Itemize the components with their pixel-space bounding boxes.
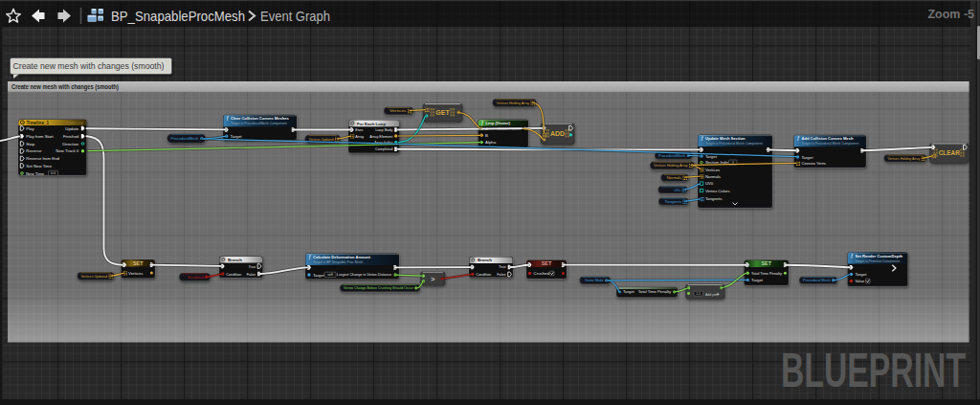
svg-text:Vertex Colors: Vertex Colors — [705, 189, 730, 193]
svg-text:Condition: Condition — [476, 273, 491, 277]
svg-text:Zoom -5: Zoom -5 — [927, 8, 974, 21]
svg-text:Target: Target — [855, 272, 867, 277]
svg-text:ProceduralMesh: ProceduralMesh — [171, 136, 199, 141]
svg-text:0.0: 0.0 — [51, 171, 56, 175]
svg-text:Total Time Penalty: Total Time Penalty — [751, 271, 782, 276]
svg-text:Tangents: Tangents — [705, 196, 722, 201]
svg-text:Enabled: Enabled — [189, 275, 205, 280]
svg-text:Target: Target — [801, 155, 813, 160]
svg-text:Target: Target — [231, 134, 243, 139]
svg-text:Vertices: Vertices — [128, 271, 143, 276]
svg-text:Target: Target — [313, 273, 325, 278]
svg-text:Set Render CustomDepth: Set Render CustomDepth — [856, 254, 903, 259]
svg-text:UV0: UV0 — [705, 181, 714, 186]
svg-text:Target is Procedural Mesh Comp: Target is Procedural Mesh Component — [802, 142, 859, 146]
svg-text:Branch: Branch — [478, 258, 492, 262]
svg-text:Convex Verts: Convex Verts — [801, 161, 826, 166]
svg-text:Play: Play — [26, 126, 34, 131]
svg-text:Alpha: Alpha — [485, 140, 497, 145]
svg-text:Add pin: Add pin — [705, 293, 717, 297]
svg-text:Vertex Change Before Crushing: Vertex Change Before Crushing Should Occ… — [344, 286, 413, 290]
svg-text:self: self — [327, 273, 333, 277]
svg-text:Reverse from End: Reverse from End — [26, 156, 59, 161]
svg-text:True: True — [248, 265, 256, 269]
svg-text:Total Time Penalty: Total Time Penalty — [638, 289, 672, 294]
svg-text:Create new mesh with changes (: Create new mesh with changes (smooth) — [13, 60, 165, 71]
svg-text:Update Mesh Section: Update Mesh Section — [705, 136, 746, 141]
svg-text:BLUEPRINT: BLUEPRINT — [781, 343, 966, 396]
svg-text:For Each Loop: For Each Loop — [357, 122, 386, 126]
svg-text:BP_SnapableProcMesh: BP_SnapableProcMesh — [111, 9, 245, 24]
svg-text:Create new mesh with changes (: Create new mesh with changes (smooth) — [11, 83, 119, 91]
svg-text:Branch: Branch — [228, 258, 242, 262]
svg-text:TIMELINE: TIMELINE — [66, 121, 84, 125]
svg-text:Target is Procedural Mesh Comp: Target is Procedural Mesh Component — [705, 142, 763, 146]
svg-text:Vertices Holding Array: Vertices Holding Array — [497, 101, 530, 105]
svg-text:ƒ: ƒ — [308, 255, 311, 259]
svg-text:Procedural Mesh: Procedural Mesh — [803, 278, 831, 282]
svg-text:Vertices Holding Array: Vertices Holding Array — [888, 156, 921, 161]
svg-text:Exec: Exec — [355, 128, 364, 132]
svg-text:ƒ: ƒ — [701, 136, 703, 141]
svg-text:Normals: Normals — [705, 174, 721, 179]
svg-text:GET: GET — [435, 109, 450, 116]
svg-text:True: True — [499, 265, 506, 269]
svg-text:Game Mode: Game Mode — [585, 278, 604, 282]
svg-text:New Track 0: New Track 0 — [56, 148, 78, 153]
svg-text:Vertices Updated: Vertices Updated — [81, 274, 108, 279]
svg-text:Target: Target — [751, 278, 764, 282]
svg-text:1.5: 1.5 — [697, 292, 702, 296]
svg-text:Largest Change in Vertex Dista: Largest Change in Vertex Distance — [337, 273, 391, 277]
svg-text:Finished: Finished — [63, 134, 79, 139]
svg-text:Vertices: Vertices — [705, 168, 720, 172]
svg-text:Target: Target — [623, 289, 635, 294]
svg-text:Vertices Holding Array: Vertices Holding Array — [654, 163, 688, 168]
svg-text:SET: SET — [542, 260, 552, 266]
svg-text:>: > — [431, 275, 435, 283]
svg-text:Tangents: Tangents — [665, 199, 682, 204]
svg-text:Add Collision Convex Mesh: Add Collision Convex Mesh — [802, 136, 854, 141]
svg-text:Direction: Direction — [62, 142, 79, 146]
svg-text:Target is Primitive Component: Target is Primitive Component — [856, 259, 901, 263]
svg-text:SET: SET — [133, 260, 144, 266]
svg-text:Completed: Completed — [375, 147, 392, 151]
svg-text:Stop: Stop — [26, 142, 34, 146]
svg-text:Value: Value — [855, 279, 865, 283]
svg-text:Lerp (Vector): Lerp (Vector) — [486, 121, 511, 125]
svg-text:Reverse: Reverse — [26, 148, 42, 153]
svg-text:Set New Time: Set New Time — [26, 164, 52, 169]
svg-text:SET: SET — [762, 260, 772, 266]
svg-text:ƒ: ƒ — [797, 136, 800, 141]
svg-text:Calculate Deformation Amount: Calculate Deformation Amount — [313, 255, 371, 259]
svg-text:Target is BP Snapable Proc Mes: Target is BP Snapable Proc Mesh — [313, 260, 363, 264]
svg-text:B: B — [485, 133, 488, 138]
svg-text:False: False — [247, 273, 256, 277]
svg-text:Clear Collision Convex Meshes: Clear Collision Convex Meshes — [231, 116, 289, 121]
svg-text:Array Element: Array Element — [369, 135, 393, 139]
svg-text:Target is ProceduralMesh Compo: Target is ProceduralMesh Component — [231, 122, 287, 125]
svg-text:ƒ: ƒ — [226, 116, 229, 121]
svg-text:Crushed: Crushed — [534, 271, 550, 276]
svg-text:New Time: New Time — [26, 171, 45, 176]
svg-text:Vertices: Vertices — [390, 108, 407, 113]
svg-text:Loop Body: Loop Body — [375, 128, 392, 132]
svg-text:False: False — [497, 273, 505, 277]
svg-text:CLEAR: CLEAR — [939, 149, 960, 156]
svg-text:Timeline_1: Timeline_1 — [26, 121, 49, 125]
svg-text:ƒ: ƒ — [851, 254, 854, 259]
svg-text:Condition: Condition — [226, 273, 241, 277]
svg-text:Normals: Normals — [667, 175, 681, 180]
svg-text:Play from Start: Play from Start — [26, 134, 54, 139]
svg-text:Update: Update — [65, 126, 78, 131]
svg-text:ADD: ADD — [550, 130, 565, 137]
svg-text:Array: Array — [355, 135, 364, 139]
svg-text:ƒ: ƒ — [481, 121, 484, 125]
svg-text:Event Graph: Event Graph — [260, 9, 330, 24]
svg-text:UVs: UVs — [675, 188, 681, 192]
